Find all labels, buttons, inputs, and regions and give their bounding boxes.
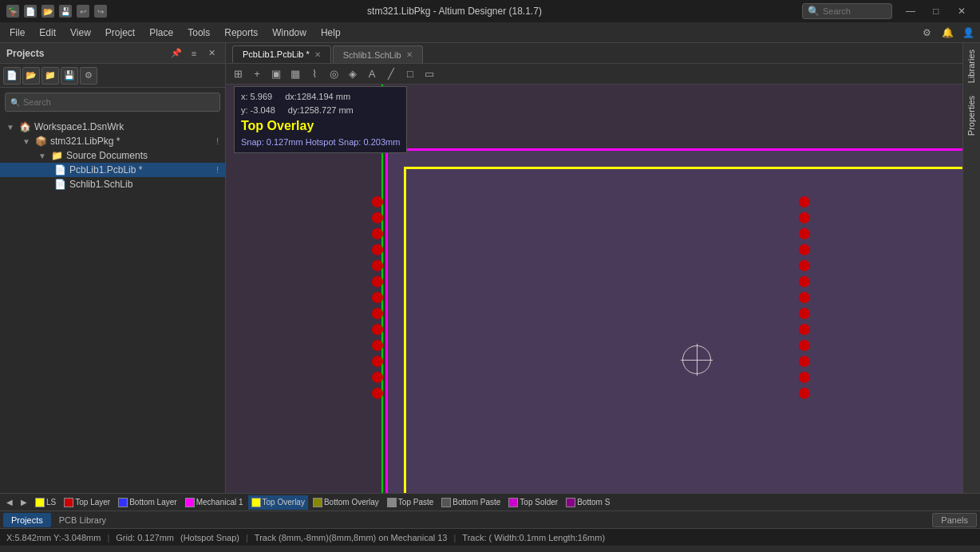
layer-ls[interactable]: LS xyxy=(32,495,59,510)
layer-color-topoverlay xyxy=(251,498,261,507)
tab-schlib-label: Schlib1.SchLib xyxy=(343,50,401,60)
panel-pin-icon[interactable]: 📌 xyxy=(169,46,184,61)
panel-close-icon[interactable]: ✕ xyxy=(204,46,219,61)
coord-status: X:5.842mm Y:-3.048mm xyxy=(6,533,101,542)
layer-top-paste[interactable]: Top Paste xyxy=(384,495,437,510)
text-tool[interactable]: A xyxy=(363,65,381,83)
arc-tool[interactable]: ▭ xyxy=(421,65,438,83)
line-tool[interactable]: ╱ xyxy=(382,65,400,83)
select-tool[interactable]: ▣ xyxy=(267,65,285,83)
pcb-canvas[interactable]: x: 5.969 dx:1284.194 mm y: -3.048 dy:125… xyxy=(226,85,962,493)
layer-mech[interactable]: Mechanical 1 xyxy=(182,495,247,510)
menu-view[interactable]: View xyxy=(64,25,97,41)
tab-schlib[interactable]: Schlib1.SchLib ✕ xyxy=(333,45,423,63)
panel-title: Projects xyxy=(6,48,44,59)
pad-r6 xyxy=(799,276,810,287)
menu-tools[interactable]: Tools xyxy=(181,25,216,41)
layer-top[interactable]: Top Layer xyxy=(61,495,113,510)
right-panel: Libraries Properties xyxy=(962,43,980,493)
layer-bottom-paste[interactable]: Bottom Paste xyxy=(438,495,504,510)
layer-top-solder[interactable]: Top Solder xyxy=(505,495,561,510)
route-tool[interactable]: ⌇ xyxy=(306,65,323,83)
close-button[interactable]: ✕ xyxy=(950,0,974,22)
layer-bottom-solder[interactable]: Bottom S xyxy=(563,495,613,510)
canvas-toolbar: ⊞ + ▣ ▦ ⌇ ◎ ◈ A ╱ □ ▭ xyxy=(226,64,962,85)
open-file-btn[interactable]: 📂 xyxy=(22,67,40,85)
project-tree: ▼ 🏠 Workspace1.DsnWrk ▼ 📦 stm321.LibPkg … xyxy=(0,116,225,493)
tree-item-source[interactable]: ▼ 📁 Source Documents xyxy=(0,148,225,163)
pad-10 xyxy=(372,340,383,351)
save-icon[interactable]: 💾 xyxy=(59,5,72,18)
settings-icon[interactable]: ⚙ xyxy=(918,24,935,41)
via-tool[interactable]: ◎ xyxy=(325,65,342,83)
layer-next-btn[interactable]: ▶ xyxy=(18,496,30,509)
bottom-bar: Projects PCB Library Panels xyxy=(0,511,980,528)
search-input[interactable] xyxy=(23,97,215,107)
modified-indicator: ! xyxy=(216,137,219,146)
source-icon: 📁 xyxy=(51,150,63,161)
tree-arrow: ▼ xyxy=(6,123,16,132)
tab-close-icon[interactable]: ✕ xyxy=(314,50,321,59)
open-icon[interactable]: 📂 xyxy=(41,5,54,18)
tab-close-icon2[interactable]: ✕ xyxy=(406,50,413,59)
menu-reports[interactable]: Reports xyxy=(218,25,264,41)
titlebar-search-input[interactable] xyxy=(823,6,887,16)
tab-projects[interactable]: Projects xyxy=(3,513,51,527)
layer-label-toppaste: Top Paste xyxy=(398,498,433,507)
menu-project[interactable]: Project xyxy=(99,25,141,41)
menu-file[interactable]: File xyxy=(3,25,31,41)
menu-window[interactable]: Window xyxy=(266,25,313,41)
panels-button[interactable]: Panels xyxy=(932,513,977,527)
tree-item-pcblib[interactable]: 📄 PcbLib1.PcbLib * ! xyxy=(0,163,225,177)
chart-tool[interactable]: ▦ xyxy=(286,65,304,83)
notification-icon[interactable]: 🔔 xyxy=(939,24,956,41)
pad-tool[interactable]: ◈ xyxy=(344,65,362,83)
settings-btn[interactable]: ⚙ xyxy=(80,67,97,85)
new-icon[interactable]: 📄 xyxy=(24,5,37,18)
layer-top-overlay[interactable]: Top Overlay xyxy=(248,495,308,510)
layer-label-botpaste: Bottom Paste xyxy=(452,498,500,507)
tree-item-libpkg[interactable]: ▼ 📦 stm321.LibPkg * ! xyxy=(0,134,225,148)
tab-pcb-library[interactable]: PCB Library xyxy=(51,513,114,527)
libraries-label[interactable]: Libraries xyxy=(963,43,980,89)
new-file-btn[interactable]: 📄 xyxy=(3,67,21,85)
panel-menu-icon[interactable]: ≡ xyxy=(187,46,201,61)
redo-icon[interactable]: ↪ xyxy=(94,5,107,18)
workspace-label: Workspace1.DsnWrk xyxy=(34,121,124,132)
pad-1 xyxy=(372,196,383,207)
pad-5 xyxy=(372,260,383,271)
pad-r1 xyxy=(799,196,810,207)
status-bar: X:5.842mm Y:-3.048mm | Grid: 0.127mm (Ho… xyxy=(0,528,980,546)
close-file-btn[interactable]: 📁 xyxy=(41,67,59,85)
minimize-button[interactable]: — xyxy=(899,0,923,22)
pad-r5 xyxy=(799,260,810,271)
save-all-btn[interactable]: 💾 xyxy=(61,67,78,85)
main-layout: Projects 📌 ≡ ✕ 📄 📂 📁 💾 ⚙ 🔍 ▼ 🏠 Workspace… xyxy=(0,43,980,493)
properties-label[interactable]: Properties xyxy=(963,89,980,142)
rect-tool[interactable]: □ xyxy=(401,65,419,83)
maximize-button[interactable]: □ xyxy=(924,0,948,22)
tab-pcblib[interactable]: PcbLib1.PcbLib * ✕ xyxy=(232,45,331,63)
crosshair-circle xyxy=(682,345,711,374)
coord-dy: dy:1258.727 mm xyxy=(288,104,354,117)
pad-11 xyxy=(372,356,383,367)
undo-icon[interactable]: ↩ xyxy=(77,5,89,18)
search-box[interactable]: 🔍 xyxy=(5,93,220,112)
layer-label-topsolder: Top Solder xyxy=(520,498,558,507)
layer-prev-btn[interactable]: ◀ xyxy=(3,496,16,509)
tree-item-workspace[interactable]: ▼ 🏠 Workspace1.DsnWrk xyxy=(0,120,225,134)
menu-place[interactable]: Place xyxy=(143,25,180,41)
layer-bottom[interactable]: Bottom Layer xyxy=(115,495,180,510)
pad-r7 xyxy=(799,292,810,303)
add-tool[interactable]: + xyxy=(248,65,266,83)
menu-help[interactable]: Help xyxy=(314,25,347,41)
layer-bottom-overlay[interactable]: Bottom Overlay xyxy=(310,495,382,510)
pad-r4 xyxy=(799,244,810,255)
menu-edit[interactable]: Edit xyxy=(33,25,62,41)
user-icon[interactable]: 👤 xyxy=(959,24,977,41)
layer-color-topsolder xyxy=(508,498,518,507)
filter-tool[interactable]: ⊞ xyxy=(229,65,247,83)
titlebar-search-box[interactable]: 🔍 xyxy=(802,3,892,19)
pcb-board xyxy=(385,148,962,493)
tree-item-schlib[interactable]: 📄 Schlib1.SchLib xyxy=(0,177,225,191)
